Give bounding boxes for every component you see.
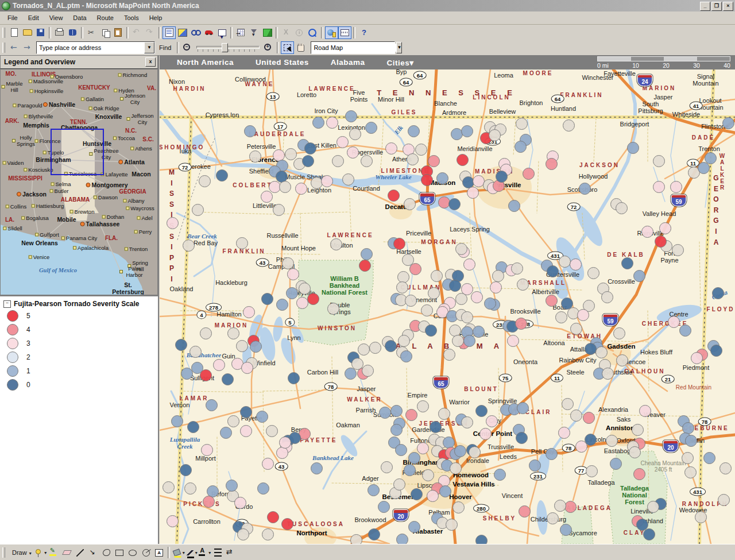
tornado-marker-severity-3[interactable] bbox=[167, 217, 179, 229]
tornado-marker-severity-2[interactable] bbox=[431, 270, 443, 282]
tornado-marker-severity-3[interactable] bbox=[287, 268, 299, 280]
tornado-marker-severity-1[interactable] bbox=[484, 298, 496, 310]
tornado-marker-severity-0[interactable] bbox=[710, 345, 722, 357]
tornado-marker-severity-4[interactable] bbox=[546, 295, 558, 307]
tornado-marker-severity-5[interactable] bbox=[388, 190, 400, 202]
menu-help[interactable]: Help bbox=[144, 13, 168, 23]
tornado-marker-severity-3[interactable] bbox=[347, 146, 359, 159]
tornado-marker-severity-3[interactable] bbox=[467, 187, 479, 199]
tornado-marker-severity-3[interactable] bbox=[507, 335, 519, 347]
map-nav-alabama[interactable]: Alabama bbox=[331, 58, 365, 67]
tornado-marker-severity-1[interactable] bbox=[461, 125, 473, 137]
tornado-marker-severity-0[interactable] bbox=[302, 155, 314, 167]
tornado-marker-severity-2[interactable] bbox=[616, 354, 628, 366]
tornado-marker-severity-2[interactable] bbox=[450, 462, 462, 474]
restore-button[interactable]: ❐ bbox=[711, 2, 722, 11]
zoom-in-button[interactable] bbox=[262, 41, 275, 54]
menu-data[interactable]: Data bbox=[68, 13, 91, 23]
tornado-marker-severity-3[interactable] bbox=[261, 191, 273, 203]
tornado-marker-severity-1[interactable] bbox=[379, 407, 391, 419]
fill-color-button[interactable]: ▾ bbox=[172, 546, 185, 559]
line-style-button[interactable] bbox=[211, 546, 225, 559]
tornado-marker-severity-5[interactable] bbox=[281, 518, 293, 530]
toolbar-grip[interactable] bbox=[2, 43, 5, 53]
tornado-marker-severity-2[interactable] bbox=[279, 181, 291, 193]
tornado-marker-severity-2[interactable] bbox=[606, 435, 618, 447]
tornado-marker-severity-2[interactable] bbox=[452, 501, 465, 513]
tornado-marker-severity-3[interactable] bbox=[570, 258, 582, 271]
tornado-marker-severity-2[interactable] bbox=[461, 416, 473, 428]
tornado-marker-severity-2[interactable] bbox=[647, 501, 659, 513]
tornado-marker-severity-2[interactable] bbox=[684, 466, 697, 478]
tornado-marker-severity-2[interactable] bbox=[438, 408, 450, 420]
place-search-dropdown-icon[interactable]: ▼ bbox=[144, 42, 154, 53]
tornado-marker-severity-3[interactable] bbox=[276, 447, 288, 459]
tornado-marker-severity-0[interactable] bbox=[425, 325, 437, 337]
oval-button[interactable] bbox=[126, 546, 140, 559]
tornado-marker-severity-3[interactable] bbox=[417, 442, 429, 454]
tornado-marker-severity-0[interactable] bbox=[187, 421, 199, 433]
tornado-marker-severity-0[interactable] bbox=[368, 528, 380, 540]
tornado-marker-severity-3[interactable] bbox=[279, 437, 291, 449]
tornado-marker-severity-0[interactable] bbox=[585, 343, 597, 355]
tornado-marker-severity-4[interactable] bbox=[564, 501, 577, 513]
tornado-marker-severity-5[interactable] bbox=[421, 174, 433, 186]
tornado-marker-severity-1[interactable] bbox=[679, 325, 691, 337]
tornado-marker-severity-1[interactable] bbox=[171, 415, 183, 427]
tornado-marker-severity-1[interactable] bbox=[250, 341, 262, 353]
menu-view[interactable]: View bbox=[44, 13, 68, 23]
text-box-button[interactable] bbox=[153, 546, 166, 559]
tornado-marker-severity-2[interactable] bbox=[405, 295, 417, 307]
map-style-button[interactable] bbox=[176, 26, 189, 39]
overview-map[interactable]: MO.ILLINOISKENTUCKYVA.ARK.TENN.N.C.S.C.M… bbox=[0, 69, 158, 295]
tornado-marker-severity-3[interactable] bbox=[385, 142, 397, 155]
tornado-marker-severity-3[interactable] bbox=[558, 427, 570, 439]
tornado-marker-severity-1[interactable] bbox=[408, 521, 420, 533]
tornado-marker-severity-2[interactable] bbox=[563, 119, 575, 132]
tornado-marker-severity-2[interactable] bbox=[349, 128, 361, 140]
print-button[interactable] bbox=[53, 26, 66, 39]
tornado-marker-severity-2[interactable] bbox=[227, 415, 239, 427]
highlight-button[interactable] bbox=[47, 546, 60, 559]
tornado-marker-severity-5[interactable] bbox=[393, 238, 405, 250]
tornado-marker-severity-1[interactable] bbox=[514, 141, 527, 153]
tornado-marker-severity-2[interactable] bbox=[653, 155, 665, 167]
freeform-button[interactable] bbox=[100, 546, 113, 559]
zoom-out-button[interactable] bbox=[181, 41, 194, 54]
tornado-marker-severity-2[interactable] bbox=[517, 279, 529, 291]
tornado-marker-severity-2[interactable] bbox=[632, 424, 644, 436]
tornado-marker-severity-0[interactable] bbox=[643, 528, 655, 540]
tornado-marker-severity-1[interactable] bbox=[390, 405, 403, 417]
tornado-marker-severity-4[interactable] bbox=[203, 496, 215, 508]
tornado-marker-severity-0[interactable] bbox=[411, 488, 423, 500]
tornado-marker-severity-1[interactable] bbox=[361, 248, 373, 260]
tornado-marker-severity-3[interactable] bbox=[463, 258, 475, 271]
tornado-marker-severity-1[interactable] bbox=[705, 152, 717, 164]
tornado-marker-severity-1[interactable] bbox=[685, 435, 697, 447]
tornado-marker-severity-4[interactable] bbox=[583, 412, 595, 424]
tornado-marker-severity-4[interactable] bbox=[405, 409, 417, 421]
map-style-value[interactable] bbox=[311, 44, 396, 52]
tornado-marker-severity-1[interactable] bbox=[494, 469, 506, 481]
web-page-button[interactable] bbox=[306, 26, 319, 39]
tornado-marker-severity-1[interactable] bbox=[256, 411, 268, 423]
map-style-combo[interactable]: ▼ bbox=[311, 41, 395, 54]
tornado-marker-severity-2[interactable] bbox=[227, 327, 239, 339]
tornado-marker-severity-2[interactable] bbox=[249, 150, 261, 163]
tornado-marker-severity-2[interactable] bbox=[511, 262, 523, 275]
tornado-marker-severity-2[interactable] bbox=[443, 349, 455, 361]
tornado-marker-severity-2[interactable] bbox=[362, 365, 374, 377]
tornado-marker-severity-5[interactable] bbox=[457, 154, 469, 166]
tornado-marker-severity-1[interactable] bbox=[408, 125, 420, 137]
tornado-marker-severity-2[interactable] bbox=[266, 425, 278, 437]
tornado-marker-severity-2[interactable] bbox=[163, 481, 175, 493]
tornado-marker-severity-2[interactable] bbox=[602, 368, 614, 380]
map-nav-north-america[interactable]: North America bbox=[177, 58, 234, 67]
tornado-marker-severity-0[interactable] bbox=[180, 464, 192, 476]
tornado-marker-severity-4[interactable] bbox=[546, 158, 558, 170]
tornado-marker-severity-2[interactable] bbox=[422, 469, 434, 481]
undo-button[interactable] bbox=[130, 26, 144, 39]
tornado-marker-severity-5[interactable] bbox=[267, 511, 279, 523]
zoom-slider[interactable] bbox=[196, 42, 260, 53]
tornado-marker-severity-1[interactable] bbox=[579, 183, 591, 195]
